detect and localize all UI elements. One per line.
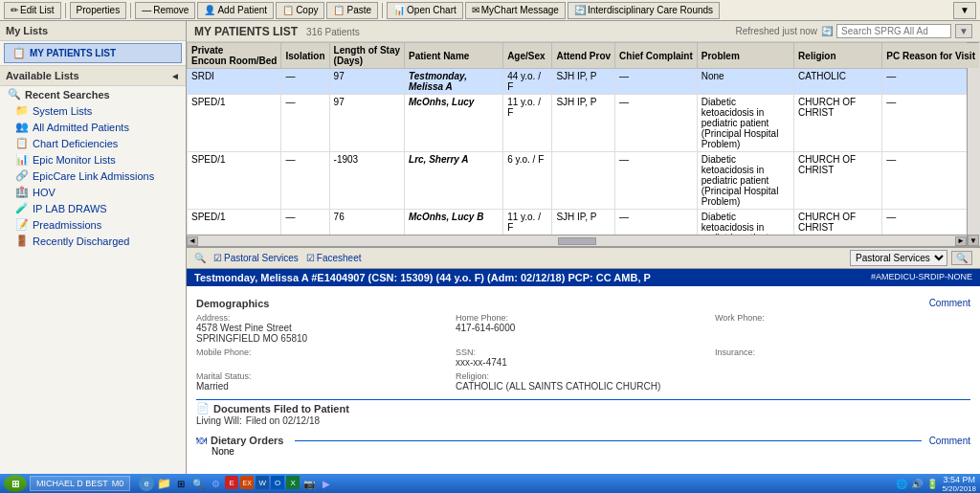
scroll-left-arrow[interactable]: ◄ (187, 236, 198, 246)
cell-attend-prov (552, 152, 615, 210)
remove-icon: — (142, 5, 151, 15)
cell-pc-reason: — (882, 95, 980, 152)
tab-search[interactable]: 🔍 (194, 253, 206, 263)
all-admitted-icon: 👥 (15, 121, 29, 133)
copy-button[interactable]: 📋 Copy (276, 2, 324, 19)
epiccare-link-item[interactable]: 🔗 EpicCare Link Admissions (0, 168, 186, 184)
start-button[interactable]: ⊞ (4, 475, 27, 492)
tab-pastoral-services[interactable]: ☑ Pastoral Services (213, 253, 299, 263)
services-search-button[interactable]: 🔍 (951, 251, 972, 265)
recently-discharged-item[interactable]: 🚪 Recently Discharged (0, 233, 186, 249)
table-row[interactable]: SRDI — 97 Testmonday, Melissa A 44 y.o. … (188, 69, 980, 95)
cell-chief-complaint: — (615, 69, 698, 95)
mychart-message-button[interactable]: ✉ MyChart Message (465, 2, 566, 19)
cell-isolation: — (281, 95, 329, 152)
preadmissions-item[interactable]: 📝 Preadmissions (0, 216, 186, 233)
demographics-title: Demographics (196, 298, 269, 309)
ssn-label: SSN: (456, 347, 711, 357)
cell-private: SPED/1 (188, 95, 281, 152)
hov-item[interactable]: 🏥 HOV (0, 184, 186, 200)
separator-3 (382, 3, 383, 18)
copy-icon: 📋 (282, 5, 294, 15)
system-lists-icon: 📁 (15, 104, 29, 117)
dietary-comment-link[interactable]: Comment (929, 436, 970, 446)
refresh-icon[interactable]: 🔄 (821, 26, 833, 36)
recent-searches-item[interactable]: 🔍 Recent Searches (0, 86, 186, 102)
home-phone-field: Home Phone: 417-614-6000 (456, 313, 711, 344)
col-chief-complaint: Chief Complaint (615, 43, 698, 69)
patient-list-title: MY PATIENTS LIST (194, 25, 298, 38)
taskbar-app-btn[interactable]: MICHAEL D BEST M0 (30, 476, 130, 491)
search-input[interactable] (836, 24, 951, 38)
cell-isolation: — (281, 152, 329, 210)
quick-launch: e 📁 ⊞ 🔍 ⚙ E EX W O X 📷 ▶ (139, 476, 334, 491)
scroll-right-arrow[interactable]: ► (955, 236, 967, 246)
system-lists-item[interactable]: 📁 System Lists (0, 102, 186, 119)
maximize-button[interactable]: ▼ (953, 2, 976, 19)
living-will-name: Living Will: (196, 415, 242, 426)
edit-list-button[interactable]: ✏ Edit List (4, 2, 61, 19)
windows-icon[interactable]: ⊞ (173, 476, 189, 491)
search-btn[interactable]: ▼ (955, 24, 972, 38)
tab-facesheet[interactable]: ☑ Facesheet (306, 253, 362, 263)
outlook-icon[interactable]: O (271, 476, 284, 489)
pastoral-checkbox-icon: ☑ (213, 253, 222, 263)
folder-icon[interactable]: 📁 (156, 476, 171, 491)
add-patient-button[interactable]: 👤 Add Patient (197, 2, 274, 19)
word-icon[interactable]: W (256, 476, 269, 489)
col-attend-prov: Attend Prov (552, 43, 615, 69)
horizontal-scrollbar[interactable]: ◄ ► (187, 235, 967, 246)
media-icon[interactable]: ▶ (319, 476, 334, 491)
recently-discharged-icon: 🚪 (15, 235, 29, 247)
content-area: MY PATIENTS LIST 316 Patients Refreshed … (187, 21, 980, 474)
work-phone-label: Work Phone: (715, 313, 970, 323)
chart-deficiencies-item[interactable]: 📋 Chart Deficiencies (0, 135, 186, 151)
epic-icon[interactable]: EX (240, 476, 254, 489)
marital-status-label: Marital Status: (196, 371, 452, 381)
ip-lab-draws-item[interactable]: 🧪 IP LAB DRAWS (0, 200, 186, 216)
cell-chief-complaint: — (615, 152, 698, 210)
ie-icon[interactable]: e (139, 476, 154, 491)
demographics-comment-link[interactable]: Comment (929, 298, 970, 308)
marital-status-value: Married (196, 381, 229, 392)
open-chart-button[interactable]: 📊 Open Chart (387, 2, 463, 19)
dietary-value: None (196, 446, 970, 457)
hov-icon: 🏥 (15, 186, 29, 198)
remove-button[interactable]: — Remove (135, 2, 195, 19)
scroll-down-arrow[interactable]: ▼ (968, 235, 979, 246)
recent-searches-icon: 🔍 (8, 88, 21, 101)
red-icon[interactable]: E (225, 476, 238, 489)
battery-icon: 🔋 (926, 479, 938, 489)
ssn-field: SSN: xxx-xx-4741 (456, 347, 711, 368)
documents-divider (196, 399, 970, 400)
col-religion: Religion (794, 43, 882, 69)
search-taskbar-icon[interactable]: 🔍 (190, 476, 206, 491)
detail-tabs-left: 🔍 ☑ Pastoral Services ☑ Facesheet (194, 253, 362, 263)
camera-icon[interactable]: 📷 (301, 476, 317, 491)
all-admitted-item[interactable]: 👥 All Admitted Patients (0, 119, 186, 135)
vertical-scrollbar[interactable]: ▲ ▼ (967, 42, 980, 246)
epic-monitor-item[interactable]: 📊 Epic Monitor Lists (0, 151, 186, 168)
network-icon: 🌐 (896, 479, 907, 489)
scroll-thumb[interactable] (558, 237, 596, 245)
settings-icon[interactable]: ⚙ (208, 476, 223, 491)
table-row[interactable]: SPED/1 — 97 McOnhs, Lucy 11 y.o. / F SJH… (188, 95, 980, 152)
my-lists-header: My Lists (0, 21, 186, 41)
insurance-field: Insurance: (715, 347, 970, 368)
edit-icon: ✏ (11, 5, 18, 15)
properties-button[interactable]: Properties (70, 2, 127, 19)
cell-pc-reason: — (882, 152, 980, 210)
mobile-phone-label: Mobile Phone: (196, 347, 452, 357)
dietary-header: 🍽 Dietary Orders Comment (196, 435, 970, 446)
interdisciplinary-button[interactable]: 🔄 Interdisciplinary Care Rounds (568, 2, 720, 19)
cell-los: 97 (329, 95, 404, 152)
my-patients-list-item[interactable]: 📋 MY PATIENTS LIST (4, 43, 182, 63)
paste-button[interactable]: 📋 Paste (326, 2, 378, 19)
collapse-icon[interactable]: ◄ (170, 71, 180, 81)
table-row[interactable]: SPED/1 — -1903 Lrc, Sherry A 6 y.o. / F … (188, 152, 980, 210)
home-phone-value: 417-614-6000 (456, 323, 515, 333)
services-dropdown[interactable]: Pastoral Services (850, 250, 947, 266)
cell-problem: Diabetic ketoacidosis in pediatric patie… (697, 95, 793, 152)
excel-icon[interactable]: X (286, 476, 300, 489)
mobile-phone-field: Mobile Phone: (196, 347, 452, 368)
